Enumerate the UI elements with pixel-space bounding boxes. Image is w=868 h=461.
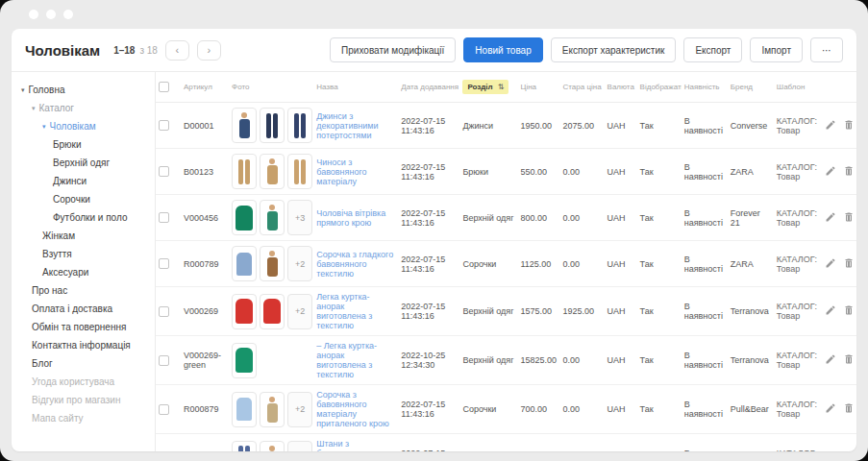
row-checkbox[interactable] — [159, 258, 169, 269]
edit-icon[interactable] — [825, 402, 836, 414]
product-thumbnail[interactable] — [232, 392, 257, 427]
actions-cell — [822, 241, 856, 287]
product-thumbnail[interactable] — [232, 294, 257, 329]
product-thumbnail[interactable] — [287, 108, 312, 143]
edit-icon[interactable] — [825, 353, 836, 365]
sidebar-item-katalog[interactable]: ▾Каталог — [12, 99, 155, 117]
sidebar-item-pro-nas[interactable]: Про нас — [12, 281, 155, 300]
section-column-highlight[interactable]: Розділ⇅ — [462, 80, 508, 94]
delete-icon[interactable] — [843, 402, 855, 414]
row-checkbox[interactable] — [159, 355, 169, 366]
photo-cell: +2 — [229, 434, 313, 452]
sidebar-item-label: Брюки — [53, 139, 82, 150]
edit-icon[interactable] — [825, 257, 836, 269]
sidebar-item-blog[interactable]: Блог — [12, 354, 155, 373]
product-name-link[interactable]: Чоловіча вітрівка прямого крою — [316, 208, 385, 228]
product-thumbnail[interactable] — [232, 108, 257, 143]
delete-icon[interactable] — [843, 211, 855, 223]
sidebar-item-zhinkam[interactable]: Жінкам — [12, 227, 155, 245]
edit-icon[interactable] — [825, 304, 836, 316]
more-actions-button[interactable]: ⋯ — [810, 37, 843, 62]
row-select-cell — [156, 195, 181, 241]
row-checkbox[interactable] — [159, 212, 169, 223]
row-checkbox[interactable] — [159, 166, 169, 177]
sidebar-item-obmin[interactable]: Обмін та повернення — [12, 318, 155, 336]
sidebar-item-golovna[interactable]: ▾Головна — [12, 81, 155, 99]
edit-icon[interactable] — [825, 119, 836, 131]
edit-icon[interactable] — [825, 211, 836, 223]
product-thumbnail[interactable] — [232, 154, 257, 189]
product-thumbnail[interactable] — [260, 246, 285, 281]
sidebar-item-cholovikam[interactable]: ▾Чоловікам — [12, 117, 155, 135]
window-minimize-button[interactable] — [46, 10, 56, 19]
sidebar-item-label: Про нас — [32, 285, 67, 296]
product-thumbnail[interactable] — [260, 108, 285, 143]
window-close-button[interactable] — [29, 10, 38, 19]
hide-modifications-button[interactable]: Приховати модифікації — [330, 37, 456, 62]
sidebar-item-vzuttya[interactable]: Взуття — [12, 245, 155, 263]
delete-icon[interactable] — [843, 119, 855, 131]
photo-strip: +2 — [232, 294, 310, 329]
sidebar-item-label: Головна — [29, 85, 65, 95]
product-name-link[interactable]: Чиноси з бавовняного матеріалу — [316, 158, 366, 186]
section-cell: Сорочки — [459, 241, 517, 287]
sidebar-item-sorochky[interactable]: Сорочки — [12, 190, 155, 208]
product-name-link[interactable]: Джинси з декоративними потертостями — [316, 111, 378, 140]
sidebar-item-mapa[interactable]: Мапа сайту — [12, 409, 155, 427]
row-checkbox[interactable] — [159, 404, 169, 415]
sidebar-item-verkhniy-odyag[interactable]: Верхній одяг — [12, 154, 155, 172]
sidebar-item-dzhynsy[interactable]: Джинси — [12, 172, 155, 190]
export-button[interactable]: Експорт — [683, 37, 742, 62]
brand-cell: Terranova — [728, 287, 774, 336]
delete-icon[interactable] — [843, 304, 855, 316]
select-all-checkbox[interactable] — [159, 82, 169, 92]
import-button[interactable]: Імпорт — [750, 37, 803, 62]
product-name-link[interactable]: Легка куртка-анорак виготовлена з тексти… — [316, 292, 372, 330]
delete-icon[interactable] — [843, 353, 855, 365]
template-cell: КАТАЛОГ: Товар — [774, 434, 822, 452]
product-thumbnail[interactable] — [260, 441, 285, 452]
model-body — [239, 119, 250, 138]
product-thumbnail[interactable] — [260, 200, 285, 235]
window-maximize-button[interactable] — [63, 10, 73, 19]
product-thumbnail[interactable] — [232, 441, 257, 452]
photo-cell — [229, 336, 313, 385]
product-thumbnail[interactable] — [232, 246, 257, 281]
sort-icon[interactable]: ⇅ — [498, 83, 505, 91]
more-photos-badge[interactable]: +2 — [287, 294, 312, 329]
sidebar-item-oplata[interactable]: Оплата і доставка — [12, 300, 155, 318]
sidebar-item-vidguky[interactable]: Відгуки про магазин — [12, 391, 155, 409]
column-brand: Бренд — [728, 72, 774, 103]
product-name-link[interactable]: Штани з бавовняного матеріалу прямого кр… — [316, 439, 391, 451]
edit-icon[interactable] — [825, 165, 836, 177]
product-thumbnail[interactable] — [260, 154, 285, 189]
new-product-button[interactable]: Новий товар — [463, 37, 542, 62]
product-thumbnail[interactable] — [232, 200, 257, 235]
product-thumbnail[interactable] — [287, 154, 312, 189]
more-photos-badge[interactable]: +2 — [287, 246, 312, 281]
column-photo: Фото — [229, 72, 313, 103]
delete-icon[interactable] — [843, 257, 855, 269]
more-photos-badge[interactable]: +2 — [287, 441, 312, 452]
sidebar-item-bryuky[interactable]: Брюки — [12, 135, 155, 154]
sidebar-item-ugoda[interactable]: Угода користувача — [12, 373, 155, 391]
shirt-shape — [236, 253, 252, 276]
sidebar-item-kontaktna[interactable]: Контактна інформація — [12, 336, 155, 354]
more-photos-badge[interactable]: +3 — [287, 200, 312, 235]
row-checkbox[interactable] — [159, 120, 169, 131]
sidebar-item-futbolky[interactable]: Футболки и поло — [12, 208, 155, 227]
product-thumbnail[interactable] — [260, 392, 285, 427]
product-thumbnail[interactable] — [260, 294, 285, 329]
product-thumbnail[interactable] — [232, 343, 257, 378]
delete-icon[interactable] — [843, 165, 855, 177]
more-photos-badge[interactable]: +2 — [287, 392, 312, 427]
product-name-link[interactable]: Сорочка з бавовняного матеріалу притален… — [316, 390, 388, 428]
sidebar-item-aksesuary[interactable]: Аксесуари — [12, 263, 155, 281]
pagination-next-button[interactable]: › — [197, 40, 221, 61]
product-name-link[interactable]: – Легка куртка-анорак виготовлена з текс… — [316, 341, 377, 379]
pagination-prev-button[interactable]: ‹ — [165, 40, 189, 61]
product-name-link[interactable]: Сорочка з гладкого бавовняного текстилю — [316, 250, 393, 279]
model-body — [267, 165, 278, 184]
row-checkbox[interactable] — [159, 306, 169, 317]
export-characteristics-button[interactable]: Експорт характеристик — [551, 37, 677, 62]
